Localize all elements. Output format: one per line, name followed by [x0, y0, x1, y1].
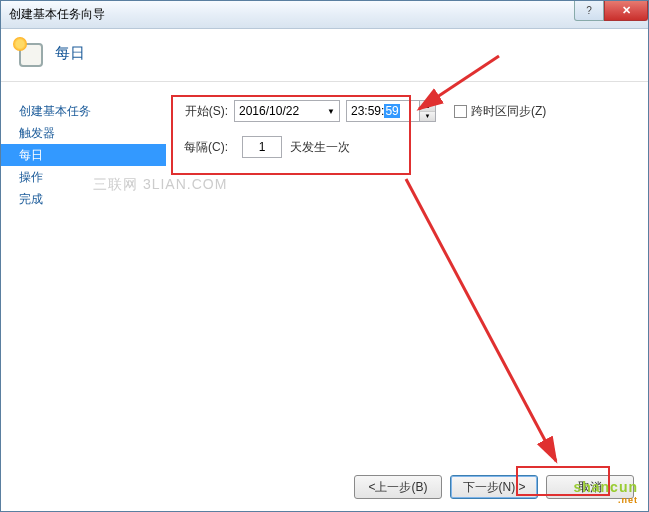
interval-input[interactable]: 1	[242, 136, 282, 158]
timezone-sync-checkbox[interactable]	[454, 105, 467, 118]
wizard-steps: 创建基本任务 触发器 每日 操作 完成	[1, 82, 166, 484]
sidebar-item-trigger[interactable]: 触发器	[17, 122, 166, 144]
next-button[interactable]: 下一步(N) >	[450, 475, 538, 499]
cancel-button[interactable]: 取消	[546, 475, 634, 499]
time-prefix: 23:59:	[351, 104, 384, 118]
close-button[interactable]: ✕	[604, 1, 648, 21]
help-button[interactable]: ?	[574, 1, 604, 21]
date-value: 2016/10/22	[239, 104, 299, 118]
back-button[interactable]: <上一步(B)	[354, 475, 442, 499]
time-picker[interactable]: 23:59:59	[346, 100, 420, 122]
chevron-down-icon: ▼	[327, 107, 335, 116]
window-title: 创建基本任务向导	[9, 6, 105, 23]
timezone-sync-label: 跨时区同步(Z)	[471, 103, 546, 120]
sidebar-item-action[interactable]: 操作	[17, 166, 166, 188]
interval-suffix: 天发生一次	[290, 139, 350, 156]
page-title: 每日	[55, 44, 85, 63]
sidebar-item-create[interactable]: 创建基本任务	[17, 100, 166, 122]
wizard-header: 每日	[1, 29, 648, 82]
date-picker[interactable]: 2016/10/22 ▼	[234, 100, 340, 122]
sidebar-item-finish[interactable]: 完成	[17, 188, 166, 210]
start-label: 开始(S):	[178, 103, 228, 120]
interval-label: 每隔(C):	[178, 139, 228, 156]
titlebar: 创建基本任务向导 ? ✕	[1, 1, 648, 29]
time-spinner[interactable]: ▲ ▼	[420, 100, 436, 122]
sidebar-item-daily[interactable]: 每日	[1, 144, 166, 166]
clock-icon	[15, 39, 43, 67]
spinner-down-icon[interactable]: ▼	[420, 112, 435, 122]
spinner-up-icon[interactable]: ▲	[420, 101, 435, 112]
time-selected: 59	[384, 104, 399, 118]
